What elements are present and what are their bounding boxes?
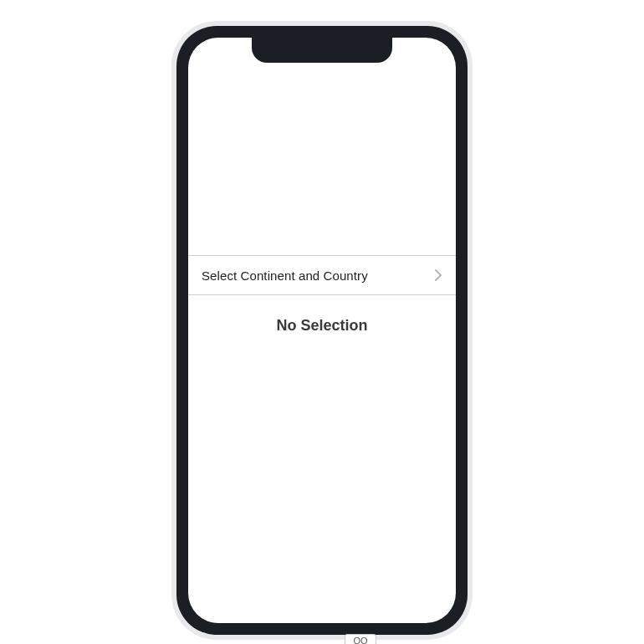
device-notch — [252, 38, 392, 63]
picker-row-label: Select Continent and Country — [202, 268, 368, 283]
result-area: No Selection — [188, 295, 456, 335]
footer-tab[interactable]: QQ — [345, 634, 376, 644]
device-frame: Select Continent and Country No Selectio… — [171, 21, 473, 640]
device-screen: Select Continent and Country No Selectio… — [188, 38, 456, 623]
footer-tab-label: QQ — [353, 636, 367, 644]
result-status-text: No Selection — [188, 317, 456, 335]
device-bezel: Select Continent and Country No Selectio… — [176, 26, 468, 635]
chevron-right-icon — [434, 268, 442, 282]
picker-row[interactable]: Select Continent and Country — [188, 255, 456, 295]
app-content: Select Continent and Country No Selectio… — [188, 38, 456, 623]
